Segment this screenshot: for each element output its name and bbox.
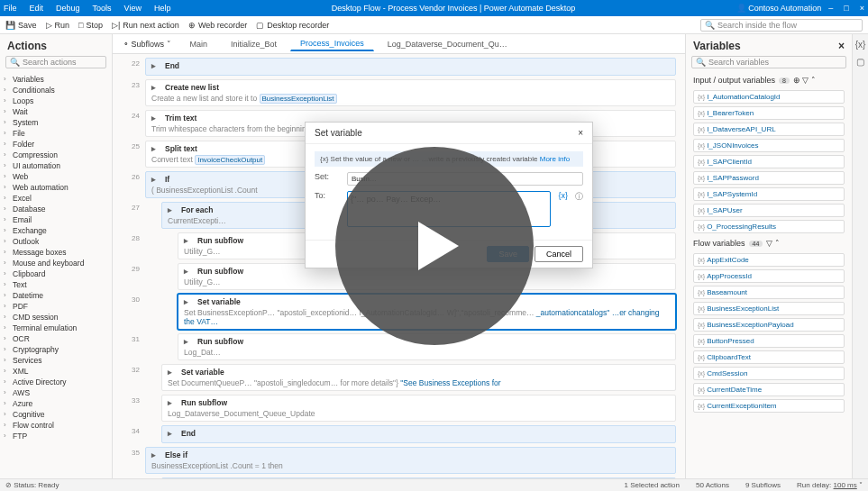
search-variables-input[interactable]: 🔍 Search variables bbox=[691, 56, 846, 68]
desktop-recorder-button[interactable]: ▢ Desktop recorder bbox=[256, 21, 329, 30]
action-category[interactable]: Database bbox=[0, 204, 112, 214]
run-button[interactable]: ▷ Run bbox=[46, 21, 70, 30]
variable-item[interactable]: ClipboardText bbox=[693, 350, 845, 364]
flow-step[interactable]: ▸Run subflowLog_Dataverse_Document_Queue… bbox=[161, 395, 676, 422]
web-recorder-button[interactable]: ⊕ Web recorder bbox=[188, 21, 247, 30]
variable-item[interactable]: I_SAPPassword bbox=[693, 171, 845, 185]
actions-tree[interactable]: VariablesConditionalsLoopsWaitSystemFile… bbox=[0, 72, 112, 478]
flow-variables-header[interactable]: Flow variables 44 ▽ ˄ bbox=[686, 235, 852, 251]
action-category[interactable]: PDF bbox=[0, 301, 112, 312]
tab-process-invoices[interactable]: Process_Invoices bbox=[290, 36, 374, 51]
action-category[interactable]: System bbox=[0, 117, 112, 128]
search-flow-input[interactable]: 🔍 Search inside the flow bbox=[700, 19, 863, 32]
run-next-button[interactable]: ▷| Run next action bbox=[112, 21, 179, 30]
variable-item[interactable]: BusinessExceptionList bbox=[693, 302, 845, 315]
variable-item[interactable]: I_JSONInvoices bbox=[693, 139, 845, 152]
action-category[interactable]: Services bbox=[0, 355, 112, 366]
menu-tools[interactable]: Tools bbox=[93, 4, 112, 13]
action-category[interactable]: Cognitive bbox=[0, 409, 112, 420]
action-category[interactable]: XML bbox=[0, 366, 112, 377]
action-category[interactable]: Loops bbox=[0, 95, 112, 106]
variable-item[interactable]: O_ProcessingResults bbox=[693, 220, 845, 233]
action-category[interactable]: Web automation bbox=[0, 182, 112, 193]
action-category[interactable]: Mouse and keyboard bbox=[0, 258, 112, 268]
menu-help[interactable]: Help bbox=[154, 4, 171, 13]
variable-item[interactable]: AppExitCode bbox=[693, 253, 845, 267]
action-category[interactable]: Flow control bbox=[0, 420, 112, 431]
tab-initialize-bot[interactable]: Initialize_Bot bbox=[221, 37, 287, 50]
action-category[interactable]: Terminal emulation bbox=[0, 323, 112, 333]
variable-picker-icon[interactable]: {x} bbox=[558, 191, 568, 200]
minimize-icon[interactable]: – bbox=[828, 4, 833, 13]
variable-item[interactable]: CurrentDateTime bbox=[693, 383, 845, 396]
line-number: 36 bbox=[122, 477, 140, 478]
action-category[interactable]: Clipboard bbox=[0, 268, 112, 279]
video-play-button[interactable] bbox=[335, 147, 534, 345]
variable-item[interactable]: CmdSession bbox=[693, 367, 845, 380]
action-category[interactable]: CMD session bbox=[0, 312, 112, 323]
info-icon[interactable]: ⓘ bbox=[575, 191, 583, 203]
action-category[interactable]: Conditionals bbox=[0, 85, 112, 95]
menu-debug[interactable]: Debug bbox=[56, 4, 80, 13]
action-category[interactable]: Wait bbox=[0, 106, 112, 117]
action-category[interactable]: Web bbox=[0, 171, 112, 182]
variable-item[interactable]: I_AutomationCatalogId bbox=[693, 90, 845, 104]
more-info-link[interactable]: More info bbox=[540, 155, 570, 163]
flow-step[interactable]: ▸For eachCurrentExceptionItem in Busines… bbox=[161, 477, 676, 478]
action-category[interactable]: Message boxes bbox=[0, 247, 112, 258]
variable-item[interactable]: I_DataverseAPI_URL bbox=[693, 123, 845, 136]
flow-variables-list: AppExitCodeAppProcessIdBaseamountBusines… bbox=[686, 251, 852, 414]
menu-view[interactable]: View bbox=[124, 4, 142, 13]
set-label: Set: bbox=[315, 172, 340, 181]
action-category[interactable]: FTP bbox=[0, 431, 112, 441]
line-number: 25 bbox=[122, 141, 140, 150]
search-actions-input[interactable]: 🔍 Search actions bbox=[5, 56, 106, 68]
variable-item[interactable]: ButtonPressed bbox=[693, 334, 845, 348]
action-category[interactable]: AWS bbox=[0, 387, 112, 398]
action-category[interactable]: Outlook bbox=[0, 236, 112, 247]
action-category[interactable]: Excel bbox=[0, 193, 112, 204]
account-label[interactable]: 👤 Contoso Automation bbox=[736, 4, 822, 13]
tab-main[interactable]: Main bbox=[180, 37, 218, 50]
action-category[interactable]: Text bbox=[0, 279, 112, 290]
dialog-close-icon[interactable]: × bbox=[578, 128, 583, 138]
action-category[interactable]: Email bbox=[0, 214, 112, 225]
variable-item[interactable]: BusinessExceptionPayload bbox=[693, 318, 845, 332]
dialog-cancel-button[interactable]: Cancel bbox=[535, 246, 583, 262]
action-category[interactable]: Folder bbox=[0, 139, 112, 150]
close-icon[interactable]: × bbox=[838, 40, 845, 52]
images-rail-icon[interactable]: ▢ bbox=[856, 57, 864, 67]
action-category[interactable]: Compression bbox=[0, 150, 112, 160]
menu-edit[interactable]: Edit bbox=[30, 4, 44, 13]
maximize-icon[interactable]: □ bbox=[844, 4, 848, 13]
variable-item[interactable]: CurrentExceptionItem bbox=[693, 399, 845, 413]
flow-step[interactable]: ▸Else ifBusinessExceptionList .Count = 1… bbox=[145, 447, 676, 474]
action-category[interactable]: File bbox=[0, 128, 112, 139]
action-category[interactable]: Exchange bbox=[0, 225, 112, 236]
flow-step[interactable]: ▸End bbox=[161, 425, 676, 443]
action-category[interactable]: Variables bbox=[0, 74, 112, 85]
variable-item[interactable]: AppProcessId bbox=[693, 269, 845, 283]
flow-step[interactable]: ▸Set variableSet DocumentQueueP… "aposto… bbox=[161, 364, 676, 391]
action-category[interactable]: OCR bbox=[0, 333, 112, 344]
action-category[interactable]: Cryptography bbox=[0, 344, 112, 355]
variable-item[interactable]: I_SAPUser bbox=[693, 204, 845, 217]
action-category[interactable]: Azure bbox=[0, 398, 112, 409]
io-variables-header[interactable]: Input / output variables 8 ⊕ ▽ ˄ bbox=[686, 72, 852, 88]
tab-log-dataverse[interactable]: Log_Dataverse_Document_Qu… bbox=[378, 37, 517, 50]
action-category[interactable]: Active Directory bbox=[0, 377, 112, 387]
action-category[interactable]: Datetime bbox=[0, 290, 112, 301]
action-category[interactable]: UI automation bbox=[0, 160, 112, 171]
variable-item[interactable]: I_SAPClientId bbox=[693, 155, 845, 168]
flow-step[interactable]: ▸End bbox=[145, 58, 676, 76]
subflows-label[interactable]: ∘ Subflows ˅ bbox=[118, 40, 177, 49]
stop-button[interactable]: □ Stop bbox=[78, 21, 103, 30]
flow-step[interactable]: ▸Create new listCreate a new list and st… bbox=[145, 79, 676, 106]
variable-item[interactable]: I_BearerToken bbox=[693, 106, 845, 120]
variables-rail-icon[interactable]: {x} bbox=[855, 40, 866, 50]
close-icon[interactable]: × bbox=[860, 4, 864, 13]
variable-item[interactable]: Baseamount bbox=[693, 286, 845, 299]
variable-item[interactable]: I_SAPSystemId bbox=[693, 187, 845, 201]
save-button[interactable]: 💾 Save bbox=[5, 21, 37, 30]
menu-file[interactable]: File bbox=[4, 4, 17, 13]
